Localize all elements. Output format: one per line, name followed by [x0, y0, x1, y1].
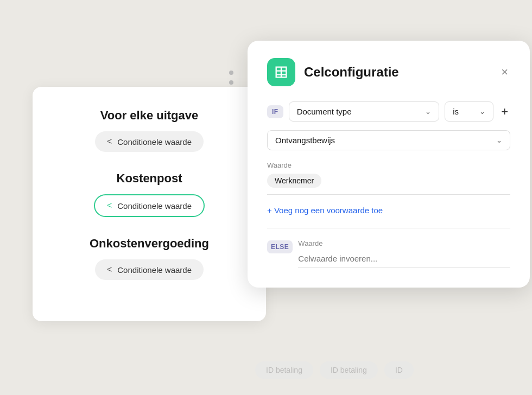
section-voor-elke-uitgave: Voor elke uitgave < Conditionele waarde [49, 109, 250, 152]
else-waarde-label: Waarde [298, 239, 510, 247]
ontvangstbewijs-row: Ontvangstbewijs ⌄ [267, 130, 510, 150]
waarde-label: Waarde [267, 161, 510, 169]
waarde-section: Waarde Werknemer [267, 161, 510, 195]
if-row: IF Document type ⌄ is ⌄ + [267, 101, 510, 122]
table-icon [274, 65, 289, 80]
else-row: ELSE Waarde [267, 239, 510, 268]
plus-button[interactable]: + [499, 103, 510, 121]
else-input[interactable] [298, 252, 510, 268]
if-badge: IF [267, 105, 283, 118]
waarde-divider [267, 194, 510, 195]
conditional-btn-label-3: Conditionele waarde [117, 265, 192, 275]
branch-icon-1: < [107, 137, 112, 146]
dot-1 [229, 71, 233, 75]
chevron-down-icon-3: ⌄ [496, 136, 502, 144]
separator [267, 228, 510, 228]
ontvangstbewijs-dropdown[interactable]: Ontvangstbewijs ⌄ [267, 130, 510, 150]
section-kostenpost: Kostenpost < Conditionele waarde [49, 171, 250, 217]
background-card: Voor elke uitgave < Conditionele waarde … [33, 87, 266, 321]
add-condition-link[interactable]: + Voeg nog een voorwaarde toe [267, 206, 510, 215]
conditional-btn-label-2: Conditionele waarde [117, 201, 192, 211]
else-badge: ELSE [267, 240, 293, 253]
modal-icon [267, 58, 295, 86]
document-type-label: Document type [297, 107, 352, 116]
dot-2 [229, 80, 233, 85]
ontvangstbewijs-label: Ontvangstbewijs [275, 136, 335, 145]
else-content: Waarde [298, 239, 510, 268]
modal-header: Celconfiguratie × [267, 58, 510, 86]
section-onkostenvergoeding: Onkostenvergoeding < Conditionele waarde [49, 237, 250, 280]
id-betaling-btn-2[interactable]: ID betaling [320, 361, 378, 379]
section-title-3: Onkostenvergoeding [49, 237, 250, 251]
chevron-down-icon-2: ⌄ [479, 107, 485, 116]
modal-panel: Celconfiguratie × IF Document type ⌄ is … [248, 41, 530, 288]
conditional-btn-3[interactable]: < Conditionele waarde [95, 259, 204, 280]
branch-icon-2: < [107, 201, 112, 211]
branch-icon-3: < [107, 265, 112, 275]
id-btn-3[interactable]: ID [384, 361, 414, 379]
id-betaling-btn-1[interactable]: ID betaling [255, 361, 313, 379]
section-title-1: Voor elke uitgave [49, 109, 250, 123]
conditional-btn-label-1: Conditionele waarde [117, 137, 192, 146]
modal-title: Celconfiguratie [304, 65, 490, 80]
bottom-row: ID betaling ID betaling ID [255, 361, 414, 379]
is-label: is [453, 107, 459, 116]
section-title-2: Kostenpost [49, 171, 250, 186]
close-button[interactable]: × [499, 64, 510, 80]
conditional-btn-2[interactable]: < Conditionele waarde [94, 194, 205, 217]
werknemer-chip[interactable]: Werknemer [267, 174, 321, 188]
conditional-btn-1[interactable]: < Conditionele waarde [95, 131, 204, 152]
document-type-dropdown[interactable]: Document type ⌄ [289, 101, 439, 122]
chevron-down-icon-1: ⌄ [425, 107, 431, 116]
is-dropdown[interactable]: is ⌄ [445, 101, 493, 122]
